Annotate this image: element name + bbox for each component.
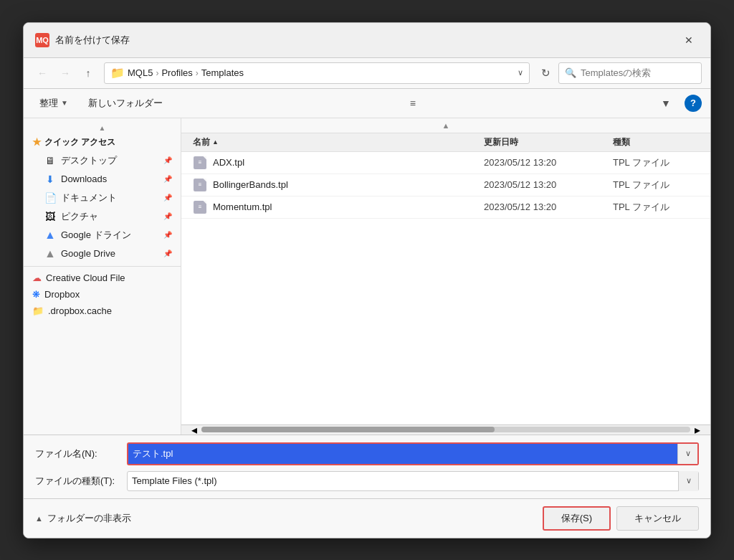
up-button[interactable]: ↑ — [78, 63, 98, 83]
quick-access-label: クイック アクセス — [44, 136, 115, 148]
bottom-section: ファイル名(N): ∨ ファイルの種類(T): Template Files (… — [24, 435, 710, 498]
sidebar-item-downloads[interactable]: ⬇ Downloads 📌 — [24, 170, 181, 189]
sidebar-desktop-label: デスクトップ — [61, 154, 117, 167]
dropbox-cache-icon: 📁 — [32, 305, 44, 316]
scrollbar-track[interactable] — [201, 427, 690, 432]
breadcrumb-templates[interactable]: Templates — [201, 67, 244, 78]
col-name-header[interactable]: 名前 ▲ — [193, 136, 484, 148]
sidebar-downloads-label: Downloads — [61, 174, 107, 184]
filename-dropdown-icon[interactable]: ∨ — [677, 444, 697, 464]
sidebar-documents-label: ドキュメント — [61, 191, 117, 204]
close-button[interactable]: ✕ — [679, 30, 699, 50]
breadcrumb-bar[interactable]: 📁 MQL5 › Profiles › Templates ∨ — [104, 62, 530, 84]
new-folder-label: 新しいフォルダー — [88, 97, 163, 110]
sidebar-item-googledrive1[interactable]: ▲ Google ドライン 📌 — [24, 226, 181, 245]
sidebar-item-dropbox[interactable]: ❋ Dropbox — [24, 286, 181, 303]
filetype-value: Template Files (*.tpl) — [128, 475, 678, 486]
forward-button[interactable]: → — [55, 63, 75, 83]
organize-button[interactable]: 整理 ▼ — [32, 94, 75, 113]
scroll-left-button[interactable]: ◂ — [187, 422, 201, 435]
content-area: ▲ 名前 ▲ 更新日時 種類 ≡ ADX.tpl 2023/05/12 13:2… — [181, 118, 710, 435]
sidebar-pictures-label: ピクチャ — [61, 210, 98, 223]
view-chevron-button[interactable]: ▼ — [656, 93, 676, 113]
documents-icon: 📄 — [44, 191, 57, 204]
horizontal-scrollbar[interactable]: ◂ ▸ — [181, 424, 710, 435]
table-row[interactable]: ≡ BollingerBands.tpl 2023/05/12 13:20 TP… — [181, 174, 710, 196]
table-row[interactable]: ≡ Momentum.tpl 2023/05/12 13:20 TPL ファイル — [181, 196, 710, 219]
googledrive1-icon: ▲ — [44, 229, 57, 242]
filename-input-wrap: ∨ — [127, 442, 699, 465]
sidebar-dropbox-cache-label: .dropbox.cache — [48, 305, 112, 316]
action-bar: 整理 ▼ 新しいフォルダー ≡ ▼ ? — [24, 89, 710, 118]
search-icon: 🔍 — [565, 67, 576, 78]
scroll-up-indicator: ▲ — [24, 123, 181, 133]
sidebar-item-dropbox-cache[interactable]: 📁 .dropbox.cache — [24, 303, 181, 319]
creative-cloud-icon: ☁ — [32, 272, 42, 283]
footer: ▲ フォルダーの非表示 保存(S) キャンセル — [24, 498, 710, 538]
sidebar-item-googledrive2[interactable]: ▲ Google Drive 📌 — [24, 245, 181, 263]
pictures-icon: 🖼 — [44, 210, 57, 223]
pin-icon-gd2: 📌 — [163, 250, 172, 257]
breadcrumb-dropdown-icon[interactable]: ∨ — [518, 68, 523, 77]
scroll-right-button[interactable]: ▸ — [690, 422, 705, 435]
sidebar: ▲ ★ クイック アクセス 🖥 デスクトップ 📌 ⬇ Downloads 📌 📄… — [24, 118, 181, 435]
col-date-header[interactable]: 更新日時 — [484, 136, 613, 148]
cancel-button[interactable]: キャンセル — [616, 506, 699, 531]
titlebar: MQ 名前を付けて保存 ✕ — [24, 23, 710, 58]
filetype-label: ファイルの種類(T): — [35, 475, 121, 488]
file-list-header: 名前 ▲ 更新日時 種類 — [181, 133, 710, 152]
content-scroll-up-icon[interactable]: ▲ — [442, 121, 450, 130]
search-box[interactable]: 🔍 — [558, 62, 702, 84]
main-area: ▲ ★ クイック アクセス 🖥 デスクトップ 📌 ⬇ Downloads 📌 📄… — [24, 118, 710, 435]
pin-icon-gd1: 📌 — [163, 231, 172, 239]
save-button[interactable]: 保存(S) — [543, 506, 611, 531]
col-type-header[interactable]: 種類 — [613, 136, 699, 148]
tpl-icon: ≡ — [194, 156, 206, 169]
breadcrumb-profiles[interactable]: Profiles — [161, 67, 192, 78]
sidebar-item-desktop[interactable]: 🖥 デスクトップ 📌 — [24, 151, 181, 170]
pin-icon-documents: 📌 — [163, 194, 172, 201]
file-icon-adx: ≡ — [193, 156, 207, 170]
new-folder-button[interactable]: 新しいフォルダー — [81, 94, 170, 113]
pin-icon-pictures: 📌 — [163, 212, 172, 220]
dropbox-icon: ❋ — [32, 289, 40, 300]
file-name-momentum: Momentum.tpl — [213, 201, 484, 212]
sidebar-googledrive2-label: Google Drive — [61, 248, 115, 259]
table-row[interactable]: ≡ ADX.tpl 2023/05/12 13:20 TPL ファイル — [181, 152, 710, 174]
dialog-title: 名前を付けて保存 — [55, 34, 679, 47]
pin-icon-desktop: 📌 — [163, 156, 172, 164]
file-list: ≡ ADX.tpl 2023/05/12 13:20 TPL ファイル ≡ Bo… — [181, 152, 710, 424]
scrollbar-thumb[interactable] — [201, 427, 495, 432]
save-dialog: MQ 名前を付けて保存 ✕ ← → ↑ 📁 MQL5 › Profiles › … — [23, 22, 711, 538]
folder-toggle[interactable]: ▲ フォルダーの非表示 — [35, 512, 131, 525]
sidebar-item-pictures[interactable]: 🖼 ピクチャ 📌 — [24, 207, 181, 226]
quick-access-header[interactable]: ★ クイック アクセス — [24, 133, 181, 151]
navigation-toolbar: ← → ↑ 📁 MQL5 › Profiles › Templates ∨ ↻ … — [24, 58, 710, 89]
pin-icon-downloads: 📌 — [163, 175, 172, 183]
breadcrumb-sep2: › — [196, 68, 199, 78]
file-date-adx: 2023/05/12 13:20 — [484, 157, 613, 168]
sidebar-cc-label: Creative Cloud File — [46, 272, 125, 283]
organize-chevron-icon: ▼ — [61, 99, 68, 107]
view-button[interactable]: ≡ — [403, 93, 423, 113]
filename-input[interactable] — [128, 444, 677, 464]
footer-buttons: 保存(S) キャンセル — [543, 506, 699, 531]
sidebar-item-documents[interactable]: 📄 ドキュメント 📌 — [24, 189, 181, 207]
refresh-button[interactable]: ↻ — [535, 63, 556, 83]
breadcrumb-mql5[interactable]: MQL5 — [128, 67, 153, 78]
file-name-bollinger: BollingerBands.tpl — [213, 179, 484, 190]
search-input[interactable] — [581, 67, 695, 78]
file-type-bollinger: TPL ファイル — [613, 179, 699, 191]
folder-toggle-chevron-icon: ▲ — [35, 514, 43, 523]
filename-label: ファイル名(N): — [35, 447, 121, 460]
googledrive2-icon: ▲ — [44, 247, 57, 260]
sort-icon: ▲ — [212, 138, 219, 146]
help-button[interactable]: ? — [685, 95, 702, 112]
back-button[interactable]: ← — [32, 63, 52, 83]
desktop-icon: 🖥 — [44, 154, 57, 167]
filetype-dropdown-icon[interactable]: ∨ — [678, 471, 698, 491]
file-name-adx: ADX.tpl — [213, 157, 484, 168]
sidebar-item-creative-cloud[interactable]: ☁ Creative Cloud File — [24, 270, 181, 286]
folder-toggle-label: フォルダーの非表示 — [47, 512, 131, 525]
tpl-icon: ≡ — [194, 201, 206, 214]
